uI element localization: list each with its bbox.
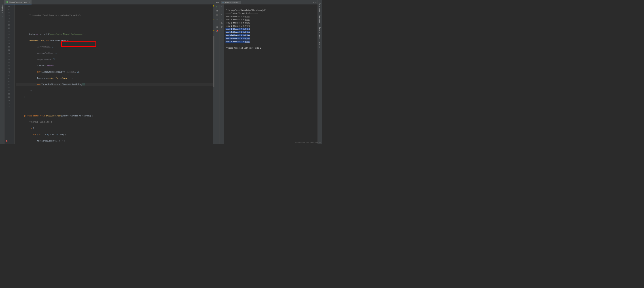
wrap-icon[interactable]: ⇆ (220, 14, 223, 16)
console-output[interactable]: /Library/Java/JavaVirtualMachines/jdk1 =… (224, 5, 318, 144)
maven-button[interactable]: ⓜMaven Projects (319, 25, 321, 39)
ant-icon: 🐜 (319, 2, 321, 4)
run-label: Run: (216, 1, 220, 3)
code-area[interactable]: // threadPoolTask( Executors.newCachedTh… (14, 5, 213, 144)
play-icon[interactable]: ▶ (216, 5, 218, 8)
editor-panel: C ThreadPoolDemo.java × 22 23 24 25 26 2… (4, 0, 215, 144)
layout-icon[interactable]: ▦ (216, 26, 218, 28)
editor-tab[interactable]: C ThreadPoolDemo.java × (4, 0, 32, 5)
class-icon: C (6, 1, 8, 3)
play-icon: ▶ (319, 41, 321, 43)
maven-icon: ⓜ (319, 25, 321, 27)
trash-icon[interactable]: 🗑 (220, 26, 223, 28)
left-tool-sidebar: 1: Project ▯ (0, 0, 4, 144)
database-icon: 🛢 (319, 14, 321, 16)
run-header: Run: ▣ ThreadPoolDemo × ⚙ — (215, 0, 318, 5)
minimize-icon[interactable]: — (316, 1, 316, 3)
scrollbar-thumb[interactable] (213, 36, 214, 87)
run-toolbar-right: ↑ ↓ ⇆ ⤓ 🖶 🗑 (220, 5, 224, 144)
warning-indicator-icon (213, 5, 214, 7)
close-icon[interactable]: × (28, 1, 30, 3)
breakpoint-icon[interactable] (6, 140, 8, 142)
arrow-up-icon: ↑ (8, 140, 8, 143)
pause-icon[interactable]: ❚❚ (216, 14, 218, 16)
run-tool-window: Run: ▣ ThreadPoolDemo × ⚙ — ▶ ■ ❚❚ ◉ ⇤ ▦… (215, 0, 318, 144)
down-icon[interactable]: ↓ (220, 10, 223, 12)
scroll-icon[interactable]: ⤓ (220, 18, 223, 20)
right-tool-sidebar: 🐜Ant Build 🛢Database ⓜMaven Projects ▶4:… (318, 0, 322, 144)
camera-icon[interactable]: ◉ (216, 18, 218, 20)
up-icon[interactable]: ↑ (220, 5, 223, 8)
close-icon[interactable]: × (238, 1, 240, 3)
tab-label: ThreadPoolDemo.java (9, 1, 27, 3)
editor-scrollbar[interactable] (213, 5, 215, 144)
project-tool-button[interactable]: 1: Project (1, 5, 3, 13)
run-config-icon: ▣ (222, 1, 224, 3)
print-icon[interactable]: 🖶 (220, 22, 223, 24)
pin-icon[interactable]: 📌 (216, 30, 218, 32)
watermark: https://blog.csdn.net/u013288190 (295, 142, 321, 143)
ant-build-button[interactable]: 🐜Ant Build (319, 2, 321, 12)
jdk-path: /Library/Java/JavaVirtualMachines/jdk1 (226, 9, 266, 12)
exit-icon[interactable]: ⇤ (216, 22, 218, 24)
folder-icon: ▯ (2, 16, 3, 17)
editor-tab-bar: C ThreadPoolDemo.java × (4, 0, 215, 5)
run-toolbar-left: ▶ ■ ❚❚ ◉ ⇤ ▦ 📌 (215, 5, 220, 144)
line-number-gutter: 22 23 24 25 26 27 28 29 30 31 32 33 34 3… (4, 5, 11, 144)
run-config-tab[interactable]: ▣ ThreadPoolDemo × (221, 1, 241, 4)
run-button[interactable]: ▶4: Run (319, 41, 321, 48)
database-button[interactable]: 🛢Database (319, 14, 321, 23)
selected-output: pool-1-thread-2 办理业务 (226, 28, 250, 30)
editor-body: 22 23 24 25 26 27 28 29 30 31 32 33 34 3… (4, 5, 215, 144)
gear-icon[interactable]: ⚙ (313, 1, 314, 3)
stop-icon[interactable]: ■ (216, 10, 218, 12)
gutter-icons (11, 5, 14, 144)
